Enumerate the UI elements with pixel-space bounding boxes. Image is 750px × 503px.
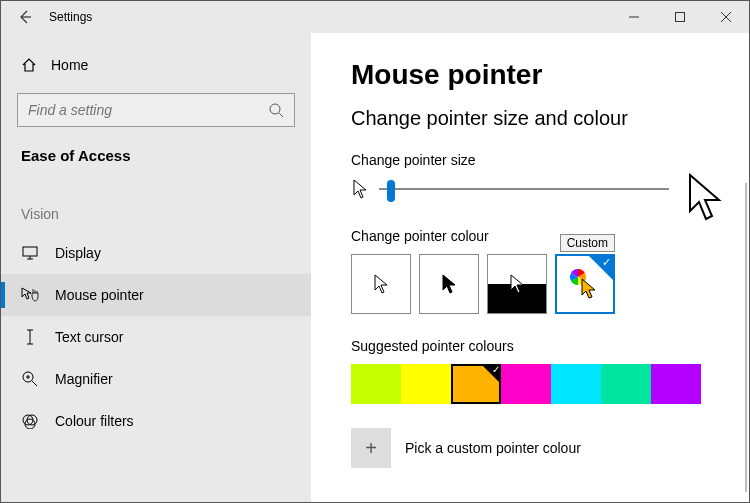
svg-rect-7: [23, 247, 37, 256]
window-controls: [611, 1, 749, 33]
swatch-row: [351, 364, 709, 404]
svg-point-16: [25, 419, 35, 429]
search-icon: [268, 102, 284, 118]
settings-window: Settings Home: [0, 0, 750, 503]
sidebar-item-label: Mouse pointer: [55, 287, 144, 303]
svg-point-5: [270, 104, 280, 114]
home-label: Home: [51, 57, 88, 73]
search-box[interactable]: [17, 93, 295, 127]
sidebar-item-label: Colour filters: [55, 413, 134, 429]
cursor-large-preview: [685, 173, 725, 221]
svg-rect-2: [676, 13, 685, 22]
scrollbar[interactable]: [745, 183, 747, 492]
sidebar-item-label: Magnifier: [55, 371, 113, 387]
category-heading: Ease of Access: [17, 145, 295, 166]
cursor-small-icon: [351, 178, 369, 200]
sidebar-item-display[interactable]: Display: [1, 232, 311, 274]
colour-filters-icon: [21, 413, 39, 429]
sidebar-item-magnifier[interactable]: Magnifier: [1, 358, 311, 400]
slider-thumb[interactable]: [387, 180, 395, 202]
home-link[interactable]: Home: [17, 45, 295, 85]
pick-custom-label: Pick a custom pointer colour: [405, 440, 581, 456]
monitor-icon: [21, 246, 39, 260]
text-cursor-icon: [21, 329, 39, 345]
swatch-lime[interactable]: [351, 364, 401, 404]
window-title: Settings: [49, 10, 92, 24]
page-title: Mouse pointer: [351, 59, 709, 91]
page-subtitle: Change pointer size and colour: [351, 107, 709, 130]
pointer-colour-inverted[interactable]: [487, 254, 547, 314]
group-vision: Vision: [17, 206, 295, 222]
pointer-colour-black[interactable]: [419, 254, 479, 314]
tooltip-custom: Custom: [560, 234, 615, 252]
plus-icon: +: [365, 437, 377, 460]
back-button[interactable]: [1, 1, 49, 33]
pointer-size-slider[interactable]: [379, 188, 669, 190]
magnifier-icon: [21, 371, 39, 387]
titlebar: Settings: [1, 1, 749, 33]
maximize-button[interactable]: [657, 1, 703, 33]
home-icon: [21, 57, 37, 73]
suggested-label: Suggested pointer colours: [351, 338, 709, 354]
pick-custom-colour-button[interactable]: +: [351, 428, 391, 468]
sidebar-item-mouse-pointer[interactable]: Mouse pointer: [1, 274, 311, 316]
search-input[interactable]: [28, 102, 284, 118]
swatch-teal[interactable]: [601, 364, 651, 404]
swatch-purple[interactable]: [651, 364, 701, 404]
sidebar-item-colour-filters[interactable]: Colour filters: [1, 400, 311, 442]
sidebar-item-label: Text cursor: [55, 329, 123, 345]
swatch-orange[interactable]: [451, 364, 501, 404]
content-pane: Mouse pointer Change pointer size and co…: [311, 33, 749, 502]
svg-line-6: [279, 113, 283, 117]
pointer-colour-custom[interactable]: Custom: [555, 254, 615, 314]
swatch-cyan[interactable]: [551, 364, 601, 404]
size-label: Change pointer size: [351, 152, 709, 168]
sidebar: Home Ease of Access Vision Display Mouse…: [1, 33, 311, 502]
sidebar-item-label: Display: [55, 245, 101, 261]
swatch-magenta[interactable]: [501, 364, 551, 404]
cursor-hand-icon: [21, 287, 39, 303]
colour-label: Change pointer colour: [351, 228, 709, 244]
svg-line-11: [32, 381, 37, 386]
pointer-colour-white[interactable]: [351, 254, 411, 314]
swatch-yellow[interactable]: [401, 364, 451, 404]
close-button[interactable]: [703, 1, 749, 33]
sidebar-item-text-cursor[interactable]: Text cursor: [1, 316, 311, 358]
minimize-button[interactable]: [611, 1, 657, 33]
